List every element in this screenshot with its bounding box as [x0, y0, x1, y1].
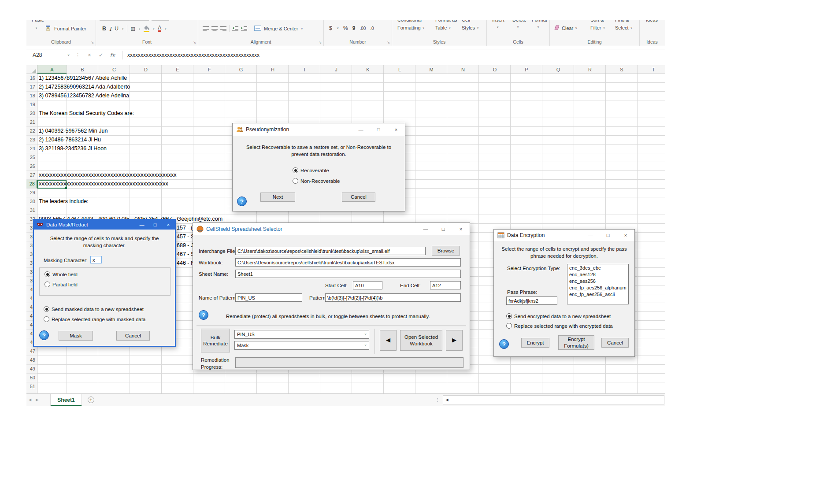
underline-chevron-down-icon[interactable]: ∨ [122, 27, 124, 30]
row-header[interactable]: 48 [26, 356, 37, 365]
fill-color-chevron-down-icon[interactable]: ∨ [152, 27, 155, 30]
decrease-indent-icon[interactable] [232, 26, 238, 32]
radio-whole-field[interactable]: Whole field [44, 271, 78, 277]
number-dialog-launcher-icon[interactable]: ↘ [387, 41, 390, 44]
chevron-down-icon[interactable]: ∨ [423, 26, 425, 30]
column-header[interactable]: S [606, 65, 638, 74]
paste-chevron-down-icon[interactable]: ∨ [35, 26, 37, 30]
row-header[interactable]: 27 [26, 171, 37, 180]
radio-send-encrypted-new-sheet[interactable]: Send encrypted data to a new spreadsheet [506, 313, 611, 319]
maximize-button[interactable]: □ [599, 230, 617, 241]
column-header[interactable]: E [162, 65, 193, 74]
maximize-button[interactable]: □ [148, 220, 162, 230]
row-header[interactable]: 21 [26, 118, 37, 127]
horizontal-scrollbar[interactable]: ◀ [443, 395, 664, 404]
align-right-icon[interactable] [220, 26, 226, 32]
scroll-left-icon[interactable]: ◀ [443, 398, 451, 402]
row-cells[interactable]: 2) 1472583690963214 Ada Adalberto [37, 83, 665, 92]
pattern-name-input[interactable] [235, 293, 302, 302]
formula-bar-splitter-icon[interactable]: ⋮ [72, 52, 84, 58]
borders-icon[interactable]: ⊞ [130, 26, 135, 32]
data-mask-titlebar[interactable]: Data Mask/Redact — □ × [34, 220, 175, 230]
clear-button[interactable]: Clear ∨ [554, 25, 577, 31]
name-box-chevron-down-icon[interactable]: ∨ [67, 53, 70, 57]
next-button[interactable]: Next [260, 193, 295, 202]
minimize-button[interactable]: — [417, 223, 434, 235]
cellshield-titlebar[interactable]: CellShield Spreadsheet Selector — □ × [193, 223, 470, 235]
tab-scroll-left-icon[interactable]: ◀ [26, 398, 33, 402]
row-cells[interactable]: 3) 0789456123456782 Adele Adelina [37, 92, 665, 100]
radio-recoverable[interactable]: Recoverable [293, 167, 329, 173]
row-header[interactable]: 49 [26, 365, 37, 374]
pattern-input[interactable] [325, 293, 461, 302]
font-color-icon[interactable]: A [158, 26, 161, 32]
column-header[interactable]: N [447, 65, 479, 74]
column-header[interactable]: C [98, 65, 130, 74]
sheet-row[interactable]: 18 3) 0789456123456782 Adele Adelina [26, 92, 665, 100]
insert-function-icon[interactable]: fx [107, 52, 118, 59]
column-header[interactable]: T [638, 65, 665, 74]
borders-chevron-down-icon[interactable]: ∨ [138, 27, 141, 30]
row-cells[interactable] [37, 382, 665, 391]
row-header[interactable]: 16 [26, 74, 37, 83]
sheet-row[interactable]: 17 2) 1472583690963214 Ada Adalberto [26, 83, 665, 92]
fill-color-icon[interactable] [144, 26, 149, 32]
row-header[interactable]: 50 [26, 374, 37, 382]
minimize-button[interactable]: — [135, 220, 148, 230]
row-header[interactable]: 17 [26, 83, 37, 92]
encryption-titlebar[interactable]: Data Encryption — □ × [494, 230, 634, 241]
browse-button[interactable]: Browse [432, 246, 460, 256]
column-header[interactable]: P [511, 65, 542, 74]
tab-scroll-right-icon[interactable]: ▶ [33, 398, 41, 402]
row-header[interactable]: 31 [26, 206, 37, 215]
new-sheet-button[interactable]: + [88, 397, 94, 403]
chevron-down-icon[interactable]: ∨ [630, 26, 633, 30]
interchange-file-input[interactable] [235, 247, 426, 255]
column-header[interactable]: L [384, 65, 415, 74]
row-header[interactable]: 24 [26, 145, 37, 153]
row-header[interactable]: 29 [26, 189, 37, 197]
radio-non-recoverable[interactable]: Non-Recoverable [293, 178, 340, 184]
paste-button[interactable]: Paste [32, 20, 44, 22]
formula-bar-content[interactable]: xxxxxxxxxxxxxxxxxxxxxxxxxxxxxxxxxxxxxxxx… [127, 52, 260, 58]
end-cell-input[interactable] [430, 281, 461, 289]
row-cells[interactable]: 1) 1234567891234567 Abele Achille [37, 74, 665, 83]
underline-button[interactable]: U [115, 26, 119, 32]
percent-format-button[interactable]: % [343, 25, 348, 31]
close-button[interactable]: × [162, 220, 175, 230]
cancel-button[interactable]: Cancel [116, 331, 150, 341]
enter-entry-icon[interactable]: ✓ [95, 52, 107, 58]
cell-name-box[interactable]: A28 ∨ [29, 50, 72, 60]
previous-workbook-button[interactable]: ◀ [380, 330, 397, 351]
cancel-button[interactable]: Cancel [601, 338, 629, 348]
row-header[interactable]: 18 [26, 92, 37, 100]
bulk-remediate-button[interactable]: Bulk Remediate [201, 329, 230, 352]
fill-handle[interactable] [65, 187, 67, 189]
column-header[interactable]: Q [542, 65, 574, 74]
sheet-row[interactable]: 20 The Korean Social Security Codes are: [26, 109, 665, 118]
column-header[interactable]: H [257, 65, 289, 74]
merge-center-label[interactable]: Merge & Center [264, 26, 298, 31]
currency-chevron-down-icon[interactable]: ∨ [337, 26, 339, 30]
column-header[interactable]: J [320, 65, 352, 74]
close-button[interactable]: × [387, 123, 405, 136]
chevron-down-icon[interactable]: ∨ [537, 25, 539, 29]
column-header[interactable]: R [574, 65, 606, 74]
radio-send-masked-new-sheet[interactable]: Send masked data to a new spreadsheet [44, 306, 144, 312]
font-size-box[interactable] [152, 20, 169, 21]
row-header[interactable]: 26 [26, 162, 37, 171]
help-icon[interactable]: ? [237, 196, 247, 206]
row-cells[interactable]: The Korean Social Security Codes are: [37, 109, 665, 118]
row-header[interactable]: 22 [26, 127, 37, 136]
italic-button[interactable]: I [109, 26, 111, 32]
row-header[interactable]: 20 [26, 109, 37, 118]
help-icon[interactable]: ? [499, 339, 509, 349]
alignment-dialog-launcher-icon[interactable]: ↘ [319, 41, 322, 44]
merge-center-chevron-down-icon[interactable]: ∨ [301, 27, 303, 30]
column-header[interactable]: K [352, 65, 384, 74]
encrypt-formulas-button[interactable]: Encrypt Formula(s) [558, 335, 594, 350]
masking-character-input[interactable] [90, 256, 102, 263]
increase-decimal-button[interactable]: .00 [360, 26, 366, 31]
pattern-dropdown[interactable]: PIN_US ∨ [234, 330, 369, 339]
chevron-down-icon[interactable]: ∨ [497, 25, 499, 29]
